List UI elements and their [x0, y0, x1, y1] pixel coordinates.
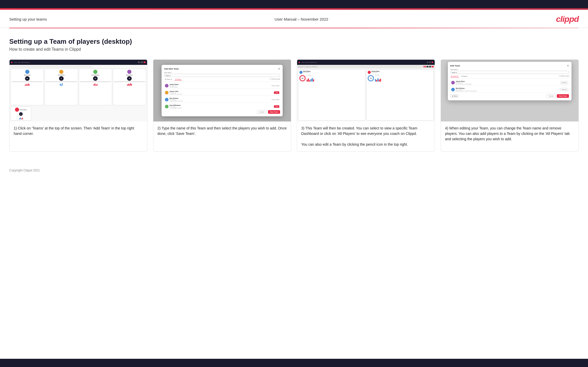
- modal-tabs: My Team (2) All Players Filter by name: [164, 78, 280, 82]
- card-3: Home Teams My Performance Finding X out …: [297, 59, 435, 152]
- chart-bar: [380, 79, 381, 82]
- chart-bars-2: [375, 76, 432, 82]
- main-content: Setting up a Team of players (desktop) H…: [0, 28, 588, 164]
- card-2-text: 2) Type the name of this Team and then s…: [153, 121, 291, 151]
- edit-team-name-input: Team A: [450, 71, 569, 74]
- bar: [130, 83, 131, 86]
- edit-player-list: Adrian Player Plus Handicap The Shire Lo…: [450, 80, 569, 93]
- edit-player-detail-1b: The Shire London, United Kingdom: [456, 83, 559, 85]
- edit-modal-tabs: My Team (2) All Players Filter by name: [450, 75, 569, 78]
- player-list: Adrian Player Plus Handicap The Shire Lo…: [164, 83, 280, 109]
- edit-modal-header: Edit Team ✕: [450, 64, 569, 67]
- add-player-button-4[interactable]: Add: [274, 105, 279, 108]
- card-1-text: 1) Click on 'Teams' at the top of the sc…: [10, 121, 147, 151]
- edit-player-row-2: Blair McHarg Plus Handicap Royal North D…: [450, 87, 569, 93]
- chart-section-1: Team Quality: [307, 75, 364, 82]
- card-1: Home Teams My Performance: [9, 59, 147, 152]
- card-2: Add New Team ✕ Team Name * Team A My Tea…: [153, 59, 291, 152]
- player-row-4: Dave Billingham 3.5 Handicap The Dog Mag…: [164, 104, 280, 109]
- bar: [127, 84, 128, 86]
- player-avatar-1: [25, 70, 29, 74]
- chart-section-2: Team Quality: [375, 75, 432, 82]
- player-card-3: Dave Billingham 94: [79, 69, 112, 105]
- remove-player-button-1[interactable]: Remove: [560, 81, 568, 84]
- modal-title: Add New Team: [164, 68, 179, 70]
- page-subtitle: How to create and edit Teams in Clippd: [9, 47, 579, 52]
- score-section-2: 72 Team Quality: [368, 75, 432, 82]
- player-status-3: Player Added: [272, 99, 279, 100]
- player-avatar-4: [127, 70, 131, 74]
- edit-filter-by-name: Filter by name: [559, 75, 569, 77]
- team-name-label: Team Name *: [164, 72, 280, 73]
- add-player-button-2[interactable]: Add: [274, 91, 279, 94]
- player-row-2: Adrian Colba 1.5 Handicap Central London…: [164, 90, 280, 96]
- chart-bar: [309, 80, 310, 82]
- cancel-button[interactable]: Cancel: [257, 110, 267, 114]
- mock-nav-3: Home Teams My Performance: [297, 60, 435, 65]
- player-avatar-modal-1: [165, 84, 169, 88]
- player-header-1: Blair McHarg Plus Handicap: [299, 71, 364, 74]
- edit-footer-right: Cancel Save Team: [547, 94, 569, 98]
- modal-footer: Cancel Save Team: [164, 110, 280, 114]
- player-info-large-1: Blair McHarg Plus Handicap: [303, 71, 364, 73]
- nav-label: Home Teams My Performance: [14, 62, 29, 63]
- add-team-modal: Add New Team ✕ Team Name * Team A My Tea…: [162, 65, 283, 116]
- bar: [21, 118, 22, 119]
- mock-bars-1: [25, 83, 30, 86]
- score-badge-5: 72: [19, 112, 23, 116]
- edit-modal-close-icon: ✕: [567, 64, 569, 67]
- mock-bars-4: [127, 83, 132, 86]
- player-card-large-2: Richard Butler Plus Handicap 72 Team Qua…: [366, 69, 434, 120]
- icon-btn-1: [426, 66, 429, 67]
- edit-save-team-button[interactable]: Save Team: [557, 94, 569, 98]
- score-ring-2: 72: [368, 75, 374, 81]
- edit-team-name-label: Team Name *: [450, 69, 569, 70]
- mock-line: [114, 81, 145, 82]
- edit-cancel-button[interactable]: Cancel: [547, 94, 556, 98]
- copyright: Copyright Clippd 2021: [9, 169, 40, 172]
- save-team-button[interactable]: Save Team: [268, 110, 280, 114]
- remove-player-button-2[interactable]: Remove: [560, 88, 568, 91]
- header: Setting up your teams User Manual – Nove…: [0, 10, 588, 28]
- edit-tab-my-team: My Team (2): [450, 75, 459, 77]
- score-badge-2: 0: [59, 76, 64, 81]
- bar: [95, 83, 95, 86]
- chart-bar: [377, 78, 379, 82]
- filter-bar: [11, 66, 92, 68]
- nav-logo-dot: [11, 62, 12, 63]
- bar: [62, 83, 63, 86]
- player-row-1: Adrian Player Plus Handicap The Shire Lo…: [164, 83, 280, 89]
- chart-bar: [313, 79, 314, 82]
- chart-bar: [375, 79, 376, 82]
- edit-modal-title: Edit Team: [450, 65, 460, 67]
- mock-body-1: Adrian Colba 84: [10, 65, 147, 121]
- mock-bars-2: [60, 83, 63, 86]
- player-card-4: Adrian Player 78: [113, 69, 146, 105]
- card-3-text: 3) This Team will then be created. You c…: [297, 121, 435, 151]
- mock-team-view: Home Teams My Performance Finding X out …: [297, 60, 435, 121]
- card-3-desc-1: 3) This Team will then be created. You c…: [301, 126, 417, 136]
- nav-text-3: Home Teams My Performance: [302, 62, 317, 63]
- score-badge-1: 84: [25, 76, 30, 81]
- card-2-screenshot: Add New Team ✕ Team Name * Team A My Tea…: [153, 60, 291, 121]
- delete-team-button[interactable]: 🗑 Delete: [450, 94, 459, 98]
- player-pair-3: Blair McHarg Plus Handicap 94 Team Quali…: [297, 68, 435, 121]
- chart-bar: [376, 80, 377, 82]
- chart-bars-1: [307, 76, 364, 82]
- bar: [128, 84, 129, 86]
- chart-bar: [307, 80, 308, 82]
- mock-line: [80, 81, 111, 82]
- trash-icon: 🗑: [452, 95, 453, 97]
- sub-nav-3: Finding X out of X players from All Play…: [297, 65, 435, 68]
- player-avatar-modal-3: [165, 98, 169, 101]
- player-info-large-2: Richard Butler Plus Handicap: [372, 71, 432, 73]
- mock-line: [12, 81, 43, 82]
- player-info-3: Blair McHarg Plus Handicap Royal North D…: [170, 98, 271, 102]
- delete-label: Delete: [454, 95, 457, 97]
- player-avatar-large-2: [368, 71, 371, 74]
- bar: [131, 84, 132, 86]
- bar: [129, 84, 130, 86]
- edit-player-info-1: Adrian Player Plus Handicap The Shire Lo…: [456, 81, 559, 85]
- bar: [19, 118, 20, 119]
- modal-close-icon: ✕: [278, 67, 280, 70]
